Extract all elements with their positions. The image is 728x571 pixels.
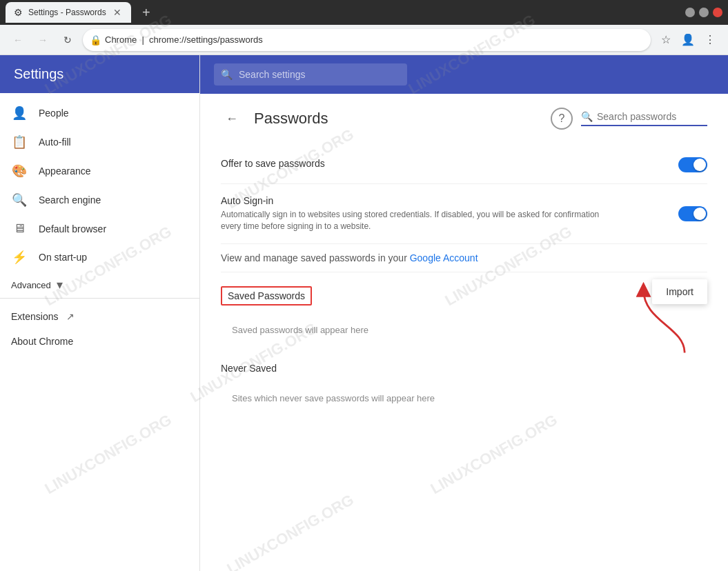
default-browser-icon: 🖥: [11, 221, 28, 236]
browser-titlebar: ⚙ Settings - Passwords ✕ +: [0, 0, 728, 25]
sidebar-autofill-label: Auto-fill: [39, 137, 71, 148]
address-lock-icon: 🔒: [90, 34, 101, 46]
sidebar-browser-label: Default browser: [39, 223, 106, 234]
autofill-icon: 📋: [11, 134, 28, 150]
main-search-wrap: 🔍: [214, 63, 407, 86]
address-input[interactable]: [83, 29, 651, 51]
saved-passwords-section: Saved Passwords Import: [221, 286, 707, 305]
browser-toolbar: ← → ↻ 🔒 ☆ 👤 ⋮: [0, 25, 728, 55]
main-search-input[interactable]: [214, 63, 407, 86]
advanced-label: Advanced: [11, 280, 51, 290]
active-tab[interactable]: ⚙ Settings - Passwords ✕: [6, 2, 131, 23]
back-button[interactable]: ←: [8, 30, 28, 50]
account-icon[interactable]: 👤: [678, 30, 698, 50]
never-saved-header: Never Saved: [221, 363, 707, 374]
never-saved-section: Never Saved Sites which never save passw…: [221, 363, 707, 417]
sidebar-item-on-startup[interactable]: ⚡ On start-up: [0, 243, 199, 272]
sidebar-appearance-label: Appearance: [39, 166, 91, 177]
sidebar-startup-label: On start-up: [39, 252, 87, 263]
auto-signin-row: Auto Sign-in Automatically sign in to we…: [221, 184, 707, 244]
address-bar-wrap: 🔒: [83, 29, 651, 51]
reload-button[interactable]: ↻: [58, 30, 77, 50]
never-saved-empty: Sites which never save passwords will ap…: [221, 379, 707, 417]
offer-save-info: Offer to save passwords: [221, 158, 678, 172]
auto-signin-desc: Automatically sign in to websites using …: [221, 209, 621, 232]
browser-body: Settings 👤 People 📋 Auto-fill 🎨 Appearan…: [0, 55, 728, 571]
offer-save-row: Offer to save passwords: [221, 146, 707, 184]
passwords-search: 🔍: [581, 111, 707, 126]
auto-signin-toggle[interactable]: [678, 206, 707, 221]
passwords-pane: ← Passwords ? 🔍 Offer to save passwords: [200, 94, 728, 571]
sidebar-item-appearance[interactable]: 🎨 Appearance: [0, 157, 199, 186]
external-link-icon: ↗: [66, 311, 75, 322]
about-chrome-link[interactable]: About Chrome: [0, 329, 199, 354]
sidebar: Settings 👤 People 📋 Auto-fill 🎨 Appearan…: [0, 55, 200, 571]
toolbar-icons: ☆ 👤 ⋮: [656, 30, 720, 50]
sidebar-bottom: Extensions ↗ About Chrome: [0, 298, 199, 359]
never-saved-empty-text: Sites which never save passwords will ap…: [232, 393, 435, 403]
help-icon[interactable]: ?: [551, 108, 573, 130]
sidebar-people-label: People: [39, 108, 69, 119]
startup-icon: ⚡: [11, 250, 28, 265]
back-to-settings-button[interactable]: ←: [221, 108, 243, 130]
close-button[interactable]: [713, 8, 722, 17]
sidebar-nav: 👤 People 📋 Auto-fill 🎨 Appearance 🔍 Sear…: [0, 93, 199, 571]
offer-save-label: Offer to save passwords: [221, 158, 678, 169]
tab-title: Settings - Passwords: [28, 8, 106, 17]
auto-signin-knob: [693, 208, 706, 220]
sidebar-item-people[interactable]: 👤 People: [0, 99, 199, 128]
header-actions: ? 🔍: [551, 108, 707, 130]
password-search-icon: 🔍: [581, 111, 593, 122]
restore-button[interactable]: [699, 8, 709, 17]
main-content: 🔍 ← Passwords ? 🔍 O: [200, 55, 728, 571]
password-search-input[interactable]: [597, 111, 707, 122]
main-search-icon: 🔍: [221, 69, 233, 80]
window-controls: [685, 8, 722, 17]
import-button[interactable]: Import: [652, 279, 707, 304]
appearance-icon: 🎨: [11, 163, 28, 179]
main-search-bar: 🔍: [200, 55, 728, 94]
tab-settings-icon: ⚙: [14, 7, 23, 18]
extensions-link[interactable]: Extensions ↗: [0, 304, 199, 329]
passwords-title: Passwords: [254, 110, 540, 128]
offer-save-toggle[interactable]: [678, 157, 707, 172]
minimize-button[interactable]: [685, 8, 695, 17]
search-engine-icon: 🔍: [11, 192, 28, 208]
google-account-row: View and manage saved passwords in your …: [221, 244, 707, 272]
sidebar-advanced[interactable]: Advanced ▾: [0, 272, 199, 298]
menu-icon[interactable]: ⋮: [700, 30, 720, 50]
advanced-chevron-icon: ▾: [57, 277, 63, 292]
sidebar-search-label: Search engine: [39, 194, 101, 206]
new-tab-button[interactable]: +: [137, 3, 156, 22]
people-icon: 👤: [11, 106, 28, 121]
sidebar-item-search-engine[interactable]: 🔍 Search engine: [0, 186, 199, 214]
forward-button[interactable]: →: [33, 30, 52, 50]
manage-text: View and manage saved passwords in your: [221, 252, 410, 263]
never-saved-label: Never Saved: [221, 363, 277, 374]
saved-passwords-empty: Saved passwords will appear here: [221, 311, 707, 349]
saved-passwords-label: Saved Passwords: [221, 286, 312, 305]
offer-save-knob: [693, 159, 706, 171]
sidebar-title: Settings: [14, 66, 63, 81]
tab-close-button[interactable]: ✕: [112, 7, 123, 18]
sidebar-header: Settings: [0, 55, 199, 93]
about-chrome-label: About Chrome: [11, 336, 73, 347]
bookmark-icon[interactable]: ☆: [656, 30, 676, 50]
sidebar-item-autofill[interactable]: 📋 Auto-fill: [0, 128, 199, 157]
sidebar-item-default-browser[interactable]: 🖥 Default browser: [0, 214, 199, 243]
auto-signin-info: Auto Sign-in Automatically sign in to we…: [221, 195, 678, 232]
extensions-label: Extensions: [11, 311, 58, 322]
passwords-header: ← Passwords ? 🔍: [221, 108, 707, 130]
auto-signin-label: Auto Sign-in: [221, 195, 678, 206]
saved-passwords-empty-text: Saved passwords will appear here: [232, 325, 368, 335]
google-account-link[interactable]: Google Account: [410, 252, 478, 263]
